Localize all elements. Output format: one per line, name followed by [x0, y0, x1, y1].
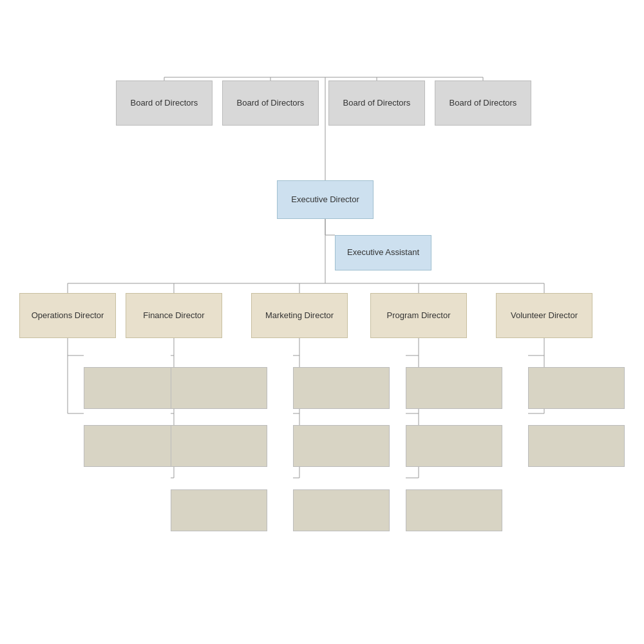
mkt-director-node: Marketing Director — [251, 293, 348, 338]
ops-sub-1 — [84, 367, 180, 409]
fin-director-node: Finance Director — [126, 293, 222, 338]
exec-director-node: Executive Director — [277, 180, 374, 219]
ops-director-node: Operations Director — [19, 293, 116, 338]
prog-sub-3 — [406, 489, 502, 531]
prog-sub-1 — [406, 367, 502, 409]
board-node-3: Board of Directors — [328, 80, 425, 126]
fin-sub-2 — [171, 425, 267, 467]
fin-sub-3 — [171, 489, 267, 531]
prog-director-node: Program Director — [370, 293, 467, 338]
board-node-2: Board of Directors — [222, 80, 319, 126]
org-chart: Board of Directors Board of Directors Bo… — [0, 0, 644, 644]
vol-director-node: Volunteer Director — [496, 293, 592, 338]
prog-sub-2 — [406, 425, 502, 467]
vol-sub-1 — [528, 367, 625, 409]
mkt-sub-1 — [293, 367, 390, 409]
board-node-4: Board of Directors — [435, 80, 531, 126]
vol-sub-2 — [528, 425, 625, 467]
exec-assistant-node: Executive Assistant — [335, 235, 431, 270]
mkt-sub-3 — [293, 489, 390, 531]
fin-sub-1 — [171, 367, 267, 409]
mkt-sub-2 — [293, 425, 390, 467]
ops-sub-2 — [84, 425, 180, 467]
board-node-1: Board of Directors — [116, 80, 213, 126]
